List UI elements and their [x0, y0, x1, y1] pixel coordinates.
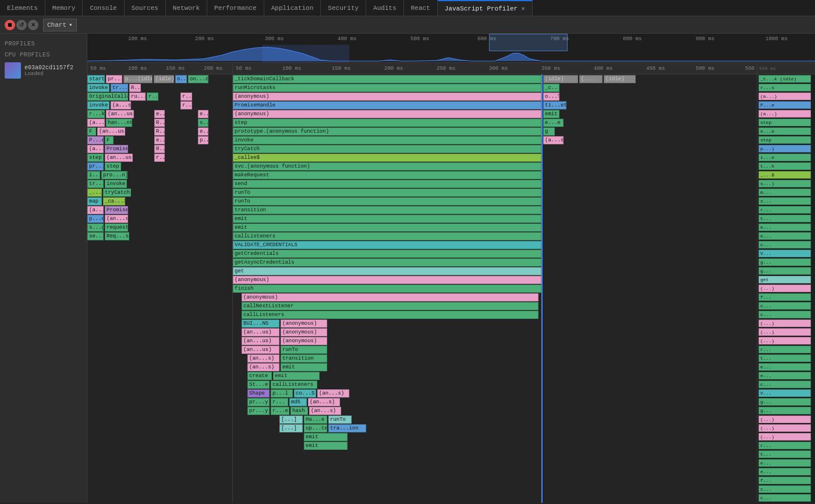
cell-r4[interactable]: r... [180, 101, 192, 109]
tab-application[interactable]: Application [264, 0, 321, 16]
cell-promise[interactable]: Promise [105, 145, 128, 153]
right-v[interactable]: V... [759, 250, 811, 257]
cell-anus6[interactable]: (an...us) [242, 346, 279, 354]
right-p[interactable]: p...) [759, 145, 811, 152]
chart-dropdown[interactable]: Chart ▾ [43, 19, 77, 31]
cell-promise-handle[interactable]: PromiseHandle [233, 101, 541, 109]
cell-emit6[interactable]: emit [304, 433, 348, 441]
cell-step2[interactable]: step [105, 162, 121, 171]
cell-a2[interactable]: (a...) [87, 119, 105, 127]
cell-anon1[interactable]: (anonymous) [233, 93, 541, 101]
cell-invoke2[interactable]: invoke [87, 101, 109, 109]
cell-finish[interactable]: finish [233, 285, 541, 293]
cell-emit3[interactable]: emit [233, 223, 541, 232]
cell-oT[interactable]: o...T [543, 93, 559, 101]
cell-re[interactable]: r...e [271, 407, 289, 415]
right-g2[interactable]: g... [759, 267, 811, 275]
cell-map[interactable]: map [87, 197, 102, 205]
cell-run-micro[interactable]: runMicrotasks [233, 84, 541, 92]
cell-rk[interactable]: r...k [87, 110, 105, 118]
right-e5[interactable]: e... [759, 459, 811, 467]
cell-anus5[interactable]: (an...us) [242, 337, 279, 345]
cell-getasync[interactable]: getAsyncCredentials [233, 258, 541, 267]
cell-tiet[interactable]: ti...et [543, 101, 566, 109]
right-m[interactable]: m... [759, 189, 811, 196]
cell-trh[interactable]: tr...h [87, 180, 104, 188]
right-get[interactable]: get [759, 276, 811, 283]
cell-callee[interactable]: _callee$ [233, 154, 541, 162]
right-r[interactable]: r... [759, 206, 811, 214]
right-g1[interactable]: g... [759, 258, 811, 266]
cell-a3[interactable]: (a...) [87, 145, 104, 153]
tab-console[interactable]: Console [83, 0, 124, 16]
cell-reqst[interactable]: Req...st [105, 232, 129, 240]
right-pe[interactable]: P...e [759, 101, 811, 109]
right-r3[interactable]: r... [759, 442, 811, 449]
cell-ste[interactable]: St...e [247, 381, 270, 389]
cell-ck[interactable]: _c...k [543, 84, 559, 92]
cell-getcreds[interactable]: getCredentials [233, 250, 541, 258]
cell-validate[interactable]: VALIDATE_CREDENTIALS [233, 241, 541, 249]
cell-calllisteners3[interactable]: callListeners [271, 381, 317, 389]
cell-as[interactable]: (a...s) [111, 101, 131, 109]
cell-r8[interactable]: r... [154, 154, 165, 162]
cell-hash[interactable]: hash [290, 407, 308, 415]
tab-memory[interactable]: Memory [45, 0, 83, 16]
cell-anus2[interactable]: (an...us) [97, 127, 125, 136]
stop-recording-button[interactable]: ⏹ [5, 20, 15, 30]
cell-anus4[interactable]: (an...us) [242, 328, 279, 336]
cell-promise2[interactable]: Promise [105, 206, 128, 214]
cell-bracket2[interactable]: [...] [279, 424, 303, 432]
cell-transition1[interactable]: transition [233, 206, 541, 214]
cell-buins[interactable]: BUI...NS [242, 320, 279, 328]
cell-r7[interactable]: R... [154, 145, 165, 153]
right-r2[interactable]: r... [759, 346, 811, 353]
right-tick[interactable]: _t...k (idle) [759, 75, 811, 83]
cell-e2[interactable]: e... [198, 110, 208, 118]
cell-ans6[interactable]: (an...s) [309, 407, 341, 415]
cell-emit4[interactable]: emit [281, 363, 327, 371]
right-e4[interactable]: e... [759, 372, 811, 379]
tab-performance[interactable]: Performance [207, 0, 264, 16]
tab-security[interactable]: Security [321, 0, 366, 16]
cell-traion[interactable]: tra...ion [328, 424, 366, 432]
cell-bracket1[interactable]: [...] [279, 416, 303, 424]
cell-parens[interactable]: (... [579, 75, 603, 83]
cell-pe2[interactable]: p...e [87, 215, 104, 223]
cell-sg[interactable]: s...g [87, 223, 104, 232]
cell-request[interactable]: request [105, 223, 128, 232]
tab-audits[interactable]: Audits [366, 0, 404, 16]
cell-pron[interactable]: pro...n) [101, 171, 127, 179]
cell-send[interactable]: send [233, 180, 541, 188]
cell-invoke3[interactable]: invoke [105, 180, 127, 188]
cell-emit5[interactable]: emit [273, 372, 320, 380]
right-e2[interactable]: e... [759, 232, 811, 240]
right-c1[interactable]: c... [759, 241, 811, 249]
cell-ans3[interactable]: (an...s) [247, 363, 279, 371]
cell-anon5[interactable]: (anonymous) [281, 328, 327, 336]
cell-pe[interactable]: P...e [87, 136, 104, 144]
tab-elements[interactable]: Elements [0, 0, 45, 16]
cell-ans2[interactable]: (an...s) [247, 354, 279, 363]
cell-ee[interactable]: e...e [543, 119, 564, 127]
right-parens7[interactable]: (...) [759, 433, 811, 441]
reload-button[interactable]: ↺ [16, 20, 27, 30]
tab-sources[interactable]: Sources [125, 0, 166, 16]
right-step[interactable]: step [759, 119, 811, 126]
cell-p1[interactable]: p... [198, 136, 208, 144]
cell-emit7[interactable]: emit [304, 442, 348, 450]
cell-ans[interactable]: (an...s) [105, 215, 128, 223]
cell-pl[interactable]: p...l [271, 389, 293, 397]
cell-runto4[interactable]: runTo [328, 416, 352, 424]
cell-start[interactable]: start [87, 75, 105, 83]
tab-javascript-profiler[interactable]: JavaScript Profiler ✕ [438, 0, 533, 16]
right-g3[interactable]: g... [759, 398, 811, 406]
cell-runto1[interactable]: runTo [233, 189, 541, 197]
right-parens2[interactable]: (...) [759, 320, 811, 327]
cell-trycatch[interactable]: tryCatch [103, 189, 131, 197]
right-e1[interactable]: e... [759, 223, 811, 231]
right-ie[interactable]: i...e [759, 154, 811, 161]
right-rs[interactable]: r...s [759, 84, 811, 91]
cell-proto[interactable]: prototype.(anonymous function) [233, 127, 541, 136]
cell-anus[interactable]: (an...us) [106, 110, 134, 118]
